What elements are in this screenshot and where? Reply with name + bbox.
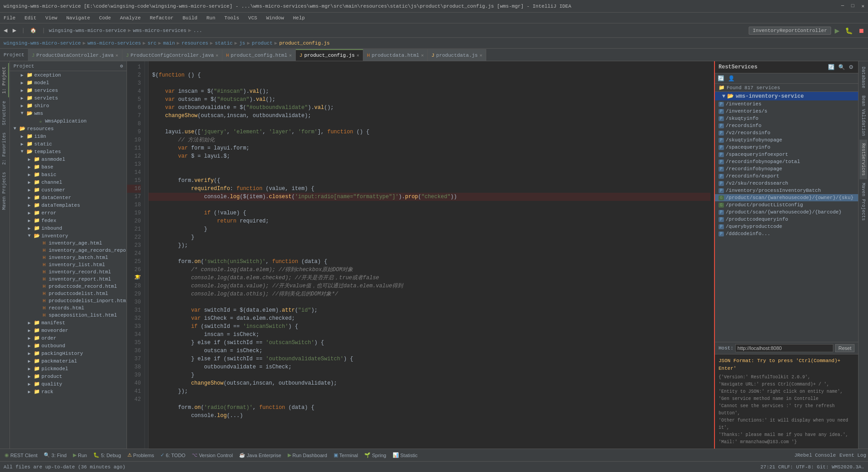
event-log-btn[interactable]: Event Log — [840, 453, 866, 458]
btn-todo[interactable]: ✓ 6: TODO — [158, 451, 188, 459]
side-tab-favorites[interactable]: 2: Favorites — [0, 129, 9, 168]
service-recordinfobynopage[interactable]: P /recordinfobynopage — [715, 165, 858, 172]
toolbar-forward-btn[interactable]: ▶ — [11, 27, 18, 34]
menu-build[interactable]: Build — [181, 14, 199, 22]
service-querybyproductcode[interactable]: P /querybyproductcode — [715, 223, 858, 230]
service-skuqtyinfo[interactable]: P /skuqtyinfo — [715, 115, 858, 122]
panel-refresh-btn[interactable]: 🔄 — [827, 63, 836, 71]
host-input[interactable] — [735, 344, 833, 352]
tab-productdatacontroller[interactable]: J ProductDataController.java ✕ — [28, 49, 122, 61]
menu-analyze[interactable]: Analyze — [118, 14, 142, 22]
service-spacequeryinfo[interactable]: P /spacequeryinfo — [715, 144, 858, 151]
tree-item-productcode-record[interactable]: H productcode_record.html — [10, 283, 127, 290]
tree-item-templates[interactable]: ▼ 📂 templates — [10, 148, 127, 155]
jrebel-console-btn[interactable]: JRebel Console — [794, 453, 836, 458]
close-btn[interactable]: ✕ — [861, 3, 864, 9]
tree-item-datatemplates[interactable]: ▶ 📁 dataTemplates — [10, 201, 127, 209]
service-inventory-process[interactable]: P /inventory/processInventoryBatch — [715, 187, 858, 194]
tree-item-base[interactable]: ▶ 📁 base — [10, 163, 127, 171]
tree-item-fedex[interactable]: ▶ 📁 fedex — [10, 217, 127, 224]
menu-tools[interactable]: Tools — [222, 14, 241, 22]
tree-item-inv-record[interactable]: H inventory_record.html — [10, 268, 127, 276]
menu-edit[interactable]: Edit — [23, 14, 38, 22]
btn-run-dashboard[interactable]: ▶ Run Dashboard — [285, 451, 330, 459]
tree-item-rack[interactable]: ▶ 📁 rack — [10, 388, 127, 395]
run-btn[interactable]: ▶ — [833, 26, 841, 35]
tree-item-asnmodel[interactable]: ▶ 📁 asnmodel — [10, 155, 127, 163]
tree-item-order[interactable]: ▶ 📁 order — [10, 334, 127, 342]
tree-item-shiro[interactable]: ▶ 📁 shiro — [10, 102, 127, 109]
tree-item-basic[interactable]: ▶ 📁 basic — [10, 171, 127, 178]
tree-item-channel[interactable]: ▶ 📁 channel — [10, 178, 127, 186]
tree-item-inbound[interactable]: ▶ 📁 inbound — [10, 224, 127, 232]
menu-navigate[interactable]: Navigate — [64, 14, 92, 22]
run-config-selector[interactable]: InventoryReportController — [749, 27, 831, 35]
tree-item-customer[interactable]: ▶ 📁 customer — [10, 186, 127, 194]
menu-refactor[interactable]: Refactor — [148, 14, 176, 22]
tree-item-inventory[interactable]: ▼ 📂 inventory — [10, 232, 127, 240]
tree-item-inv-list[interactable]: H inventory_list.html — [10, 261, 127, 268]
tree-item-wmsapp[interactable]: ☕ WmsApplication — [10, 117, 127, 125]
maximize-btn[interactable]: □ — [851, 3, 854, 9]
menu-view[interactable]: View — [44, 14, 59, 22]
btn-debug[interactable]: 🐛 5: Debug — [90, 451, 124, 459]
service-productcode[interactable]: P /productcodequeryinfo — [715, 216, 858, 223]
code-content[interactable]: $(function () { var inscan = $("#inscan"… — [149, 61, 714, 449]
service-inventories-s[interactable]: P /inventories/s — [715, 108, 858, 115]
btn-version-control[interactable]: ⌥ Version Control — [189, 451, 235, 459]
tree-item-i18n[interactable]: ▶ 📁 i18n — [10, 132, 127, 140]
tree-item-inv-batch[interactable]: H inventory_batch.html — [10, 254, 127, 261]
tab-productdata-html[interactable]: H productdata.html ✕ — [363, 49, 428, 61]
tree-item-productcodelist-inport[interactable]: H productcodelist_inport.html — [10, 297, 127, 304]
service-recordsinfo[interactable]: P /recordsinfo — [715, 122, 858, 129]
service-v2recordsinfo[interactable]: P /v2/recordsinfo — [715, 129, 858, 136]
tab-close-btn6[interactable]: ✕ — [479, 53, 482, 58]
tab-product-config-js[interactable]: J product_config.js ✕ — [296, 49, 363, 61]
toolbar-back-btn[interactable]: ◀ — [2, 27, 9, 34]
toolbar-home-btn[interactable]: 🏠 — [28, 27, 38, 34]
tree-item-manifest[interactable]: ▶ 📁 manifest — [10, 319, 127, 327]
btn-find[interactable]: 🔍 3: Find — [41, 451, 69, 459]
tree-item-servlets[interactable]: ▶ 📁 servlets — [10, 94, 127, 102]
service-ddd[interactable]: P /dddcodeinfo... — [715, 230, 858, 237]
tree-item-productcodelist[interactable]: H productcodelist.html — [10, 290, 127, 297]
tree-item-packing[interactable]: ▶ 📁 packingHistory — [10, 349, 127, 357]
tree-item-pickmodel[interactable]: ▶ 📁 pickmodel — [10, 365, 127, 372]
code-editor[interactable]: 12345 678910 1112131415 1617181920 21222… — [127, 61, 714, 449]
tree-item-services[interactable]: ▶ 📁 services — [10, 86, 127, 94]
side-tab-project[interactable]: 1: Project — [0, 63, 9, 97]
tab-product-config-html[interactable]: H product_config.html ✕ — [222, 49, 296, 61]
tree-item-outbound[interactable]: ▶ 📁 outbound — [10, 342, 127, 349]
side-tab-database[interactable]: Database — [859, 63, 867, 92]
service-group-header[interactable]: ▼ 📂 wms-inventory-service — [715, 92, 858, 100]
service-recordbynopage-total[interactable]: P /recordinfobynopage/total — [715, 158, 858, 165]
side-tab-maven[interactable]: Maven Projects — [0, 168, 9, 213]
tree-item-inv-report[interactable]: H inventory_report.html — [10, 276, 127, 283]
btn-run[interactable]: ▶ Run — [70, 451, 90, 459]
menu-help[interactable]: Help — [291, 14, 307, 22]
tree-item-exception[interactable]: ▶ 📁 exception — [10, 71, 127, 79]
debug-btn[interactable]: 🐛 — [843, 26, 854, 35]
stop-btn[interactable]: ⏹ — [856, 26, 866, 35]
tree-item-resources[interactable]: ▼ 📂 resources — [10, 125, 127, 132]
tree-item-error[interactable]: ▶ 📁 error — [10, 209, 127, 217]
minimize-btn[interactable]: ─ — [841, 3, 844, 9]
menu-file[interactable]: File — [2, 14, 17, 22]
menu-vcs[interactable]: VCS — [246, 14, 259, 22]
breadcrumb-project[interactable]: wingsing-wms-micro-service — [4, 41, 81, 46]
btn-problems[interactable]: ⚠ Problems — [125, 451, 157, 459]
service-v2sku-records[interactable]: P /v2/sku/recordssearch — [715, 180, 858, 187]
service-recordinfo-export[interactable]: P /recordinfo/export — [715, 172, 858, 180]
rp-toolbar-btn1[interactable]: 🔄 — [717, 74, 725, 82]
menu-window[interactable]: Window — [264, 14, 286, 22]
tab-close-btn[interactable]: ✕ — [115, 53, 118, 58]
menu-run[interactable]: Run — [204, 14, 217, 22]
tree-item-product[interactable]: ▶ 📁 product — [10, 372, 127, 380]
tab-project-tree-toggle[interactable]: Project — [0, 49, 28, 61]
service-product-listconfig[interactable]: G /product/productListConfig — [715, 201, 858, 209]
service-product-scan-barcode[interactable]: P /product/scan/{warehousecode}/{barcode… — [715, 209, 858, 216]
btn-rest-client[interactable]: ◉ REST Client — [2, 451, 40, 459]
btn-java-enterprise[interactable]: ☕ Java Enterprise — [236, 451, 284, 459]
service-product-scan-sku[interactable]: G /product/scan/{warehousecode}/{owner}/… — [715, 194, 858, 201]
btn-terminal[interactable]: ▣ Terminal — [331, 451, 361, 459]
